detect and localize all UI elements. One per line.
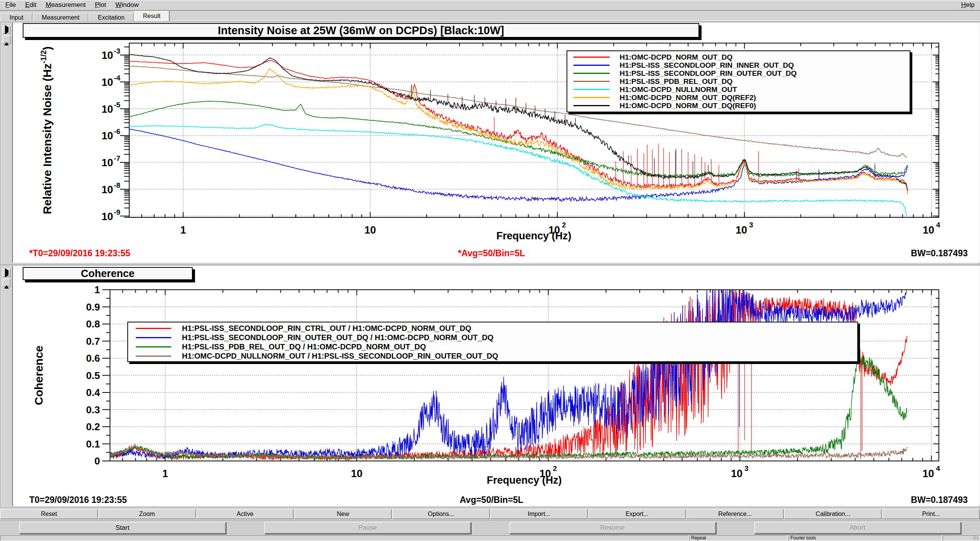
tab-bar: InputMeasurementExcitationResult (0, 11, 980, 22)
diaggui-window: FileEditMeasurementPlotWindow Help Input… (0, 0, 980, 541)
menu-measurement[interactable]: Measurement (43, 1, 88, 9)
status-segment-repeat: Repeat (689, 535, 788, 541)
svg-text:-3: -3 (114, 47, 120, 55)
plot1-canvas[interactable]: Intensity Noise at 25W (36mW on DCPDs) [… (12, 23, 980, 263)
svg-text:-6: -6 (114, 127, 120, 135)
resize-grip[interactable] (973, 536, 979, 540)
legend-label: H1:PSL-ISS_PDB_REL_OUT_DQ (620, 77, 733, 86)
legend-label: H1:PSL-ISS_SECONDLOOP_RIN_OUTER_OUT_DQ /… (182, 333, 493, 342)
pane-arrow-up-button[interactable] (2, 279, 11, 287)
svg-text:3: 3 (749, 221, 753, 229)
tab-input[interactable]: Input (1, 13, 32, 22)
status-segment (0, 535, 688, 541)
abort-button: Abort (754, 522, 961, 534)
svg-text:4: 4 (936, 221, 940, 229)
zoom-button[interactable]: Zoom (98, 509, 196, 519)
resume-button: Resume (509, 522, 716, 534)
legend-label: H1:PSL-ISS_PDB_REL_OUT_DQ / H1:OMC-DCPD_… (182, 342, 426, 351)
legend-line-swatch (573, 73, 610, 74)
menu-window[interactable]: Window (113, 1, 141, 9)
svg-text:0.6: 0.6 (86, 352, 100, 364)
svg-text:10: 10 (923, 224, 934, 236)
plot2-status-row: T0=29/09/2016 19:23:55 Avg=50/Bin=5L BW=… (13, 495, 980, 506)
svg-text:10: 10 (923, 468, 934, 479)
legend-label: H1:PSL-ISS_SECONDLOOP_RIN_OUTER_OUT_DQ (620, 69, 797, 78)
svg-text:-5: -5 (114, 101, 120, 109)
legend-entry: H1:OMC-DCPD_NORM_OUT_DQ(REF0) (567, 102, 910, 110)
legend-label: H1:PSL-ISS_SECONDLOOP_RIN_INNER_OUT_DQ (620, 61, 794, 70)
svg-text:3: 3 (745, 464, 749, 473)
svg-text:Frequency (Hz): Frequency (Hz) (487, 474, 562, 486)
menu-edit[interactable]: Edit (23, 1, 38, 9)
svg-text:10: 10 (102, 211, 113, 222)
svg-text:-8: -8 (114, 181, 120, 189)
svg-text:10: 10 (365, 224, 376, 236)
export-button[interactable]: Export... (588, 509, 686, 519)
tab-result[interactable]: Result (134, 11, 169, 21)
pane-arrow-up-button[interactable] (2, 35, 11, 44)
svg-text:1: 1 (180, 224, 186, 236)
plot2-chart[interactable]: 10.90.80.70.60.50.40.30.20.1011010210310… (13, 266, 980, 508)
svg-text:-9: -9 (114, 208, 120, 216)
calibration-button[interactable]: Calibration... (784, 509, 882, 519)
pause-button: Pause (264, 522, 471, 534)
svg-text:10: 10 (102, 130, 113, 142)
pane-arrow-right-button[interactable] (2, 25, 11, 34)
tab-excitation[interactable]: Excitation (89, 13, 133, 22)
legend-line-swatch (136, 346, 171, 347)
plot2-bw: BW=0.187493 (911, 495, 968, 505)
legend-entry: H1:OMC-DCPD_NULLNORM_OUT / H1:PSL-ISS_SE… (128, 351, 857, 361)
svg-text:2: 2 (553, 464, 557, 473)
tool-button-row: ResetZoomActiveNewOptions...Import...Exp… (0, 509, 980, 519)
legend-entry: H1:PSL-ISS_SECONDLOOP_RIN_OUTER_OUT_DQ (567, 69, 910, 77)
svg-text:0.2: 0.2 (86, 421, 100, 432)
active-button[interactable]: Active (197, 509, 294, 519)
status-segment (943, 535, 980, 541)
legend-line-swatch (573, 81, 610, 82)
menu-plot[interactable]: Plot (93, 1, 108, 9)
import-button[interactable]: Import... (490, 509, 588, 519)
legend-label: H1:PSL-ISS_SECONDLOOP_RIN_CTRL_OUT / H1:… (182, 324, 471, 333)
svg-text:0.7: 0.7 (86, 336, 100, 347)
new-button[interactable]: New (294, 509, 392, 519)
svg-text:0.5: 0.5 (86, 370, 100, 381)
legend-entry: H1:PSL-ISS_SECONDLOOP_RIN_CTRL_OUT / H1:… (128, 324, 857, 333)
svg-text:1: 1 (162, 468, 168, 479)
legend-line-swatch (573, 89, 610, 90)
svg-text:10: 10 (736, 224, 747, 236)
plot1-title: Intensity Noise at 25W (36mW on DCPDs) [… (23, 23, 699, 38)
svg-text:Relative Intensity Noise (Hz-1: Relative Intensity Noise (Hz-1/2) (39, 46, 53, 214)
legend-line-swatch (136, 328, 171, 329)
menu-file[interactable]: File (3, 1, 18, 9)
status-bar: RepeatFourier tools (0, 535, 980, 541)
legend-entry: H1:PSL-ISS_SECONDLOOP_RIN_OUTER_OUT_DQ /… (128, 333, 857, 342)
svg-text:0: 0 (95, 455, 100, 467)
plot1-status-row: *T0=29/09/2016 19:23:55 *Avg=50/Bin=5L B… (13, 248, 980, 259)
plot1-t0: *T0=29/09/2016 19:23:55 (29, 248, 130, 259)
plot1-bw: BW=0.187493 (911, 248, 968, 259)
options-button[interactable]: Options... (392, 509, 490, 519)
pane-arrow-right-button[interactable] (2, 269, 11, 277)
svg-text:4: 4 (936, 464, 940, 473)
legend-entry: H1:PSL-ISS_PDB_REL_OUT_DQ / H1:OMC-DCPD_… (128, 342, 857, 351)
plot2-legend: H1:PSL-ISS_SECONDLOOP_RIN_CTRL_OUT / H1:… (127, 322, 858, 362)
coherence-plot-panel: Coherence 10.90.80.70.60.50.40.30.20.101… (0, 265, 980, 508)
svg-text:0.3: 0.3 (86, 404, 100, 416)
legend-label: H1:OMC-DCPD_NORM_OUT_DQ(REF0) (620, 102, 756, 110)
legend-entry: H1:OMC-DCPD_NORM_OUT_DQ (567, 53, 910, 61)
svg-text:1: 1 (95, 284, 100, 296)
svg-text:Frequency (Hz): Frequency (Hz) (496, 230, 571, 242)
print-button[interactable]: Print... (882, 509, 980, 519)
svg-text:10: 10 (102, 50, 113, 61)
svg-text:-4: -4 (114, 74, 120, 82)
legend-line-swatch (136, 356, 171, 357)
legend-label: H1:OMC-DCPD_NORM_OUT_DQ (620, 53, 732, 62)
svg-text:0.8: 0.8 (86, 318, 100, 330)
reference-button[interactable]: Reference... (687, 509, 784, 519)
menu-help[interactable]: Help (961, 1, 975, 9)
start-button[interactable]: Start (19, 522, 226, 534)
reset-button[interactable]: Reset (0, 509, 98, 519)
plot2-canvas[interactable]: Coherence 10.90.80.70.60.50.40.30.20.101… (12, 266, 980, 506)
svg-text:2: 2 (562, 221, 566, 229)
tab-measurement[interactable]: Measurement (33, 13, 88, 22)
